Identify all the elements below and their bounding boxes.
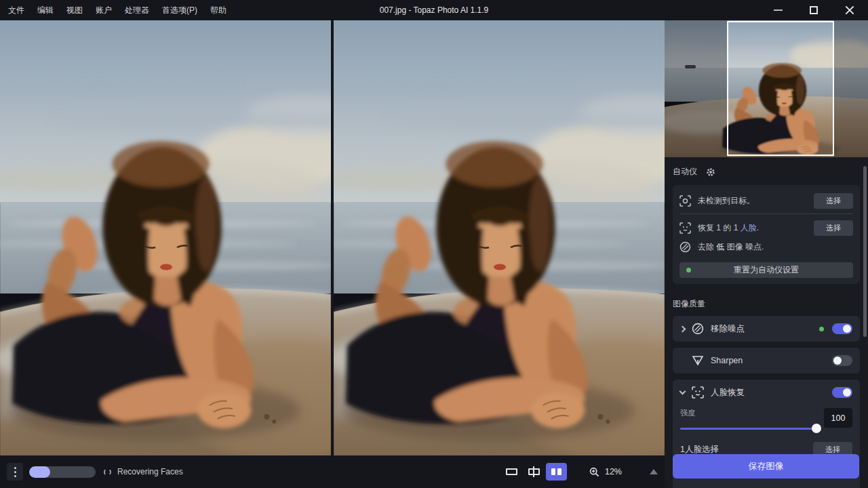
spinner-icon bbox=[104, 468, 111, 476]
noise-summary-row: 去除 低 图像 噪点. bbox=[679, 237, 853, 256]
panel-scrollbar[interactable] bbox=[863, 166, 867, 337]
autopilot-status-dot bbox=[686, 268, 691, 272]
strength-value-box[interactable]: 100 bbox=[824, 408, 852, 428]
face-recovery-label: 人脸恢复 bbox=[711, 387, 745, 399]
close-icon[interactable] bbox=[845, 5, 854, 15]
maximize-icon[interactable] bbox=[810, 6, 818, 14]
denoise-autopilot-dot bbox=[819, 327, 824, 331]
sharpen-icon bbox=[692, 354, 704, 367]
menu-view[interactable]: 视图 bbox=[66, 5, 83, 16]
kebab-menu-icon[interactable] bbox=[7, 463, 23, 481]
face-recovery-icon bbox=[692, 386, 704, 399]
subject-detect-row: 未检测到目标。 选择 bbox=[679, 191, 853, 210]
progress-bar bbox=[29, 466, 96, 478]
menu-file[interactable]: 文件 bbox=[8, 5, 24, 16]
processing-status-text: Recovering Faces bbox=[117, 467, 183, 476]
side-by-side-icon bbox=[551, 468, 561, 475]
face-recovery-header[interactable]: 人脸恢复 bbox=[673, 380, 860, 405]
side-by-side-view-button[interactable] bbox=[546, 463, 567, 481]
chevron-right-icon[interactable] bbox=[679, 325, 686, 332]
face-detect-text: 恢复 1 的 1 人脸. bbox=[698, 222, 759, 234]
single-view-button[interactable] bbox=[501, 463, 522, 481]
face-detect-row: 恢复 1 的 1 人脸. 选择 bbox=[679, 218, 853, 237]
face-select-button[interactable]: 选择 bbox=[814, 220, 853, 236]
after-image-pane[interactable] bbox=[334, 20, 665, 455]
strength-label: 强度 bbox=[680, 408, 817, 418]
split-view-icon bbox=[528, 468, 540, 475]
single-view-icon bbox=[506, 468, 517, 475]
sharpen-filter-header[interactable]: Sharpen bbox=[673, 348, 860, 373]
chevron-down-icon[interactable] bbox=[679, 388, 686, 395]
card-divider bbox=[679, 214, 853, 214]
split-view-button[interactable] bbox=[524, 463, 545, 481]
denoise-toggle[interactable] bbox=[832, 323, 852, 334]
gear-icon[interactable] bbox=[706, 167, 715, 177]
menu-edit[interactable]: 编辑 bbox=[37, 5, 54, 16]
noise-level-em: 低 bbox=[716, 242, 724, 251]
face-count-link[interactable]: 人脸 bbox=[741, 223, 757, 232]
save-image-button[interactable]: 保存图像 bbox=[673, 454, 859, 479]
title-bar: 文件 编辑 视图 账户 处理器 首选项(P) 帮助 007.jpg - Topa… bbox=[0, 0, 868, 20]
zoom-in-icon bbox=[589, 467, 599, 477]
progress-fill bbox=[29, 466, 50, 478]
menu-processor[interactable]: 处理器 bbox=[125, 5, 149, 16]
view-mode-group bbox=[501, 463, 567, 481]
side-panel: 自动仪 未检测到目标。 选择 bbox=[665, 20, 868, 488]
subject-detect-text: 未检测到目标。 bbox=[698, 195, 755, 207]
menu-bar: 文件 编辑 视图 账户 处理器 首选项(P) 帮助 bbox=[0, 5, 226, 16]
app-window: 文件 编辑 视图 账户 处理器 首选项(P) 帮助 007.jpg - Topa… bbox=[0, 0, 868, 488]
zoom-level-value: 12% bbox=[605, 467, 622, 476]
autopilot-summary-card: 未检测到目标。 选择 恢复 1 的 1 人脸. 选择 bbox=[673, 185, 860, 284]
denoise-filter-label: 移除噪点 bbox=[711, 323, 745, 335]
sharpen-toggle[interactable] bbox=[832, 355, 852, 366]
sharpen-filter-card: Sharpen bbox=[673, 348, 860, 373]
before-image-pane[interactable] bbox=[0, 20, 331, 455]
subject-detect-icon bbox=[679, 195, 691, 207]
menu-account[interactable]: 账户 bbox=[96, 5, 112, 16]
settings-panel: 自动仪 未检测到目标。 选择 bbox=[665, 157, 868, 488]
subject-select-button[interactable]: 选择 bbox=[814, 193, 853, 209]
denoise-filter-card: 移除噪点 bbox=[673, 316, 860, 342]
denoise-icon bbox=[679, 241, 691, 253]
image-canvas bbox=[0, 20, 665, 455]
menu-help[interactable]: 帮助 bbox=[210, 5, 226, 16]
strength-slider-fill bbox=[680, 428, 817, 430]
strength-slider-knob[interactable] bbox=[812, 424, 821, 433]
strength-slider[interactable] bbox=[680, 424, 817, 433]
zoom-control[interactable]: 12% bbox=[584, 464, 627, 480]
denoise-icon bbox=[692, 323, 704, 335]
menu-preferences[interactable]: 首选项(P) bbox=[162, 5, 197, 16]
status-bar: Recovering Faces 12% bbox=[0, 455, 665, 488]
autopilot-title: 自动仪 bbox=[673, 166, 697, 178]
noise-summary-text: 去除 低 图像 噪点. bbox=[698, 241, 764, 253]
face-recovery-toggle[interactable] bbox=[832, 387, 852, 398]
collapse-panel-icon[interactable] bbox=[650, 469, 658, 474]
navigator-thumbnail[interactable] bbox=[665, 20, 868, 157]
reset-autopilot-button[interactable]: 重置为自动仪设置 bbox=[679, 262, 853, 278]
sharpen-filter-label: Sharpen bbox=[711, 356, 743, 365]
image-quality-section-title: 图像质量 bbox=[673, 298, 860, 310]
denoise-filter-header[interactable]: 移除噪点 bbox=[673, 316, 860, 342]
face-detect-icon bbox=[679, 222, 691, 234]
minimize-icon[interactable] bbox=[774, 9, 783, 11]
